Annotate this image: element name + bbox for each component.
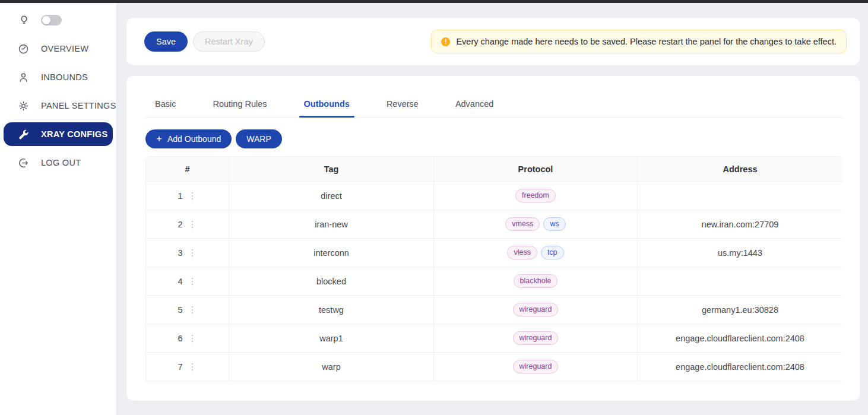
sidebar-item-overview[interactable]: OVERVIEW	[0, 34, 116, 63]
row-tag: blocked	[229, 267, 434, 296]
tab-advanced[interactable]: Advanced	[455, 99, 494, 117]
table-row: 7⋮ warp wireguard engage.cloudflareclien…	[146, 353, 843, 381]
protocol-badge: wireguard	[513, 331, 559, 345]
tab-reverse[interactable]: Reverse	[387, 99, 419, 117]
warp-button[interactable]: WARP	[236, 129, 281, 148]
gear-icon	[18, 100, 29, 112]
outbounds-table: # Tag Protocol Address 1⋮ direct freedom	[145, 156, 842, 381]
sidebar-item-xray-configs[interactable]: XRAY CONFIGS	[4, 122, 113, 146]
sidebar-item-label: PANEL SETTINGS	[41, 101, 116, 110]
wrench-icon	[18, 129, 29, 140]
row-tag: warp1	[229, 324, 434, 353]
sidebar-item-label: XRAY CONFIGS	[41, 129, 107, 139]
table-row: 6⋮ warp1 wireguard engage.cloudflareclie…	[146, 324, 843, 353]
theme-toggle-row	[0, 6, 116, 34]
protocol-badge: vless	[507, 246, 537, 259]
row-tag: direct	[229, 182, 434, 210]
row-address	[638, 267, 843, 296]
row-address: us.my:1443	[638, 239, 843, 267]
row-menu-icon[interactable]: ⋮	[188, 277, 197, 286]
content-card: Basic Routing Rules Outbounds Reverse Ad…	[126, 76, 860, 401]
sidebar: OVERVIEW INBOUNDS PANEL SETTINGS XRAY CO…	[0, 3, 117, 415]
row-address	[638, 182, 843, 210]
table-row: 1⋮ direct freedom	[146, 182, 843, 210]
window-top-strip	[0, 0, 868, 3]
restart-xray-button[interactable]: Restart Xray	[193, 31, 265, 52]
tab-basic[interactable]: Basic	[155, 99, 176, 117]
user-icon	[18, 72, 29, 83]
table-row: 4⋮ blocked blackhole	[146, 267, 843, 296]
row-number: 5	[178, 305, 182, 315]
warning-alert-text: Every change made here needs to be saved…	[456, 37, 837, 46]
tab-routing-rules[interactable]: Routing Rules	[213, 99, 267, 117]
dashboard-icon	[18, 43, 29, 55]
row-address: engage.cloudflareclient.com:2408	[638, 324, 843, 353]
column-header-tag: Tag	[229, 157, 434, 182]
plus-icon: +	[156, 134, 162, 144]
transport-badge: tcp	[541, 246, 564, 259]
sidebar-item-label: OVERVIEW	[41, 44, 88, 53]
add-outbound-button[interactable]: + Add Outbound	[145, 129, 232, 148]
table-row: 2⋮ iran-new vmessws new.iran.com:27709	[146, 210, 843, 239]
row-address: germany1.eu:30828	[638, 296, 843, 324]
row-number: 1	[178, 191, 182, 201]
theme-toggle-switch[interactable]	[41, 15, 62, 26]
warning-alert: ! Every change made here needs to be sav…	[431, 30, 847, 53]
lightbulb-icon	[18, 15, 30, 26]
row-tag: interconn	[229, 239, 434, 267]
protocol-badge: wireguard	[513, 303, 559, 316]
protocol-badge: freedom	[515, 189, 556, 202]
row-menu-icon[interactable]: ⋮	[188, 191, 197, 200]
row-tag: warp	[229, 353, 434, 381]
row-number: 2	[178, 220, 182, 229]
row-tag: iran-new	[229, 210, 434, 239]
protocol-badge: wireguard	[513, 360, 559, 373]
row-menu-icon[interactable]: ⋮	[188, 248, 197, 257]
row-address: new.iran.com:27709	[638, 210, 843, 239]
row-number: 6	[178, 334, 182, 343]
logout-icon	[18, 157, 29, 169]
transport-badge: ws	[543, 217, 565, 231]
main-content: Save Restart Xray ! Every change made he…	[126, 18, 860, 401]
sidebar-item-label: LOG OUT	[41, 158, 81, 167]
protocol-badge: vmess	[505, 217, 540, 231]
row-menu-icon[interactable]: ⋮	[188, 362, 197, 371]
table-header-row: # Tag Protocol Address	[146, 157, 843, 182]
protocol-badge: blackhole	[514, 274, 558, 288]
row-menu-icon[interactable]: ⋮	[188, 334, 197, 343]
column-header-address: Address	[638, 157, 843, 182]
row-number: 7	[178, 362, 182, 372]
column-header-num: #	[146, 157, 229, 182]
sidebar-item-panel-settings[interactable]: PANEL SETTINGS	[0, 91, 116, 120]
save-button[interactable]: Save	[144, 31, 188, 52]
table-row: 5⋮ testwg wireguard germany1.eu:30828	[146, 296, 843, 324]
outbound-actions: + Add Outbound WARP	[145, 129, 842, 148]
row-menu-icon[interactable]: ⋮	[188, 305, 197, 314]
table-row: 3⋮ interconn vlesstcp us.my:1443	[146, 239, 843, 267]
sidebar-item-inbounds[interactable]: INBOUNDS	[0, 63, 116, 91]
toolbar-buttons: Save Restart Xray	[144, 31, 265, 52]
warning-icon: !	[441, 37, 450, 46]
column-header-protocol: Protocol	[434, 157, 638, 182]
row-number: 4	[178, 277, 182, 286]
toolbar-card: Save Restart Xray ! Every change made he…	[126, 18, 860, 65]
tab-outbounds[interactable]: Outbounds	[304, 99, 350, 117]
row-address: engage.cloudflareclient.com:2408	[638, 353, 843, 381]
add-outbound-label: Add Outbound	[167, 134, 221, 144]
toggle-knob	[42, 16, 50, 24]
row-tag: testwg	[229, 296, 434, 324]
sidebar-item-log-out[interactable]: LOG OUT	[0, 148, 116, 177]
row-number: 3	[178, 248, 182, 258]
tab-bar: Basic Routing Rules Outbounds Reverse Ad…	[145, 76, 842, 118]
sidebar-item-label: INBOUNDS	[41, 72, 88, 82]
row-menu-icon[interactable]: ⋮	[188, 220, 197, 229]
